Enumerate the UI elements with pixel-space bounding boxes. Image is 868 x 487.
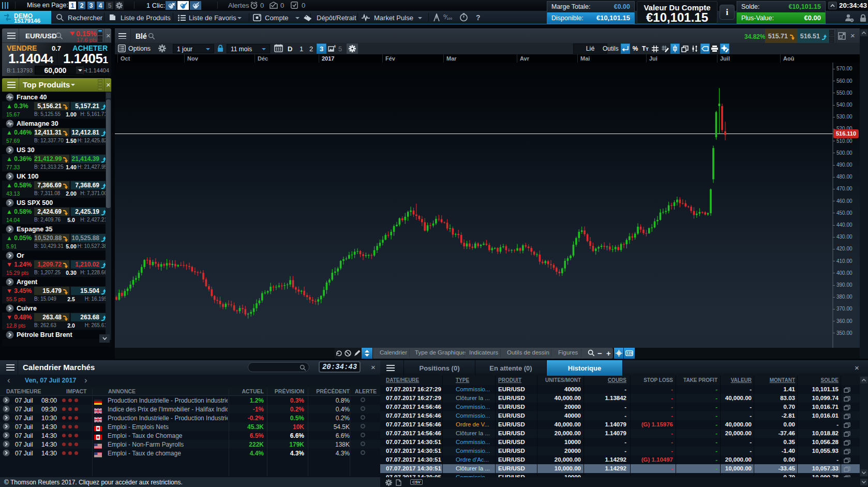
svg-text:123: 123 <box>626 351 633 355</box>
